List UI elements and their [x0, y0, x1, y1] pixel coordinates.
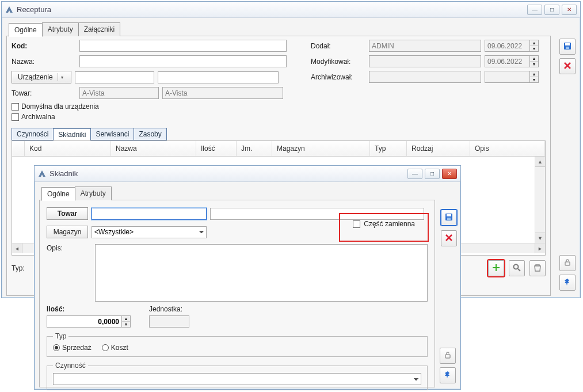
radio-koszt[interactable]	[102, 344, 109, 351]
plus-icon	[491, 263, 501, 274]
tab-zalaczniki[interactable]: Załączniki	[78, 22, 120, 36]
dialog-save-button[interactable]	[441, 210, 457, 226]
save-icon	[444, 212, 454, 223]
dialog-minimize-button[interactable]: —	[407, 169, 422, 179]
label-typ-bottom: Typ:	[12, 264, 25, 272]
app-logo-icon	[5, 6, 13, 14]
kod-input[interactable]	[79, 40, 287, 52]
radio-sprzedaz[interactable]	[53, 344, 60, 351]
dialog-title-bar: Składnik — □ ✕	[35, 166, 460, 182]
th-nazwa[interactable]: Nazwa	[111, 141, 196, 156]
cancel-button[interactable]	[559, 58, 576, 74]
th-typ[interactable]: Typ	[370, 141, 407, 156]
svg-rect-8	[447, 218, 451, 220]
urzadzenie-input-1[interactable]	[75, 71, 154, 83]
czesc-zamienna-label: Część zamienna	[364, 220, 415, 228]
dialog-title: Składnik	[49, 169, 404, 178]
scroll-down-icon[interactable]: ▼	[535, 233, 545, 243]
ilosc-input[interactable]	[47, 315, 121, 328]
scroll-right-icon[interactable]: ►	[535, 243, 545, 253]
domyslna-checkbox[interactable]	[12, 103, 19, 111]
spin-up-icon[interactable]: ▲	[530, 40, 538, 46]
label-jednostka: Jednostka:	[149, 305, 189, 313]
label-modyfikowal: Modyfikował:	[311, 58, 365, 66]
close-button[interactable]: ✕	[562, 5, 577, 15]
spin-up-icon[interactable]: ▲	[530, 56, 538, 62]
czesc-zamienna-checkbox[interactable]	[353, 220, 360, 228]
add-button[interactable]	[488, 260, 504, 276]
scroll-up-icon[interactable]: ▲	[535, 157, 545, 167]
magazyn-select[interactable]: <Wszystkie>	[92, 226, 207, 238]
main-tabs: Ogólne Atrybuty Załączniki	[9, 22, 576, 36]
spin-up-icon[interactable]: ▲	[122, 316, 130, 322]
archiwalna-checkbox[interactable]	[12, 113, 19, 121]
modyfikowal-value	[369, 55, 481, 67]
nazwa-input[interactable]	[79, 55, 287, 67]
save-button[interactable]	[559, 39, 576, 55]
spin-down-icon[interactable]: ▼	[530, 62, 538, 67]
tab-atrybuty[interactable]: Atrybuty	[42, 22, 79, 36]
tab-ogolne[interactable]: Ogólne	[9, 23, 43, 37]
spin-down-icon[interactable]: ▼	[530, 77, 538, 82]
spin-down-icon[interactable]: ▼	[530, 46, 538, 51]
czynnosc-group: Czynność	[47, 361, 428, 390]
urzadzenie-button[interactable]: Urządzenie ▾	[12, 71, 71, 83]
dialog-close-button[interactable]: ✕	[442, 169, 457, 179]
urzadzenie-button-label: Urządzenie	[18, 73, 53, 81]
dialog-cancel-button[interactable]	[441, 230, 457, 246]
spin-down-icon[interactable]: ▼	[122, 322, 130, 327]
maximize-icon: □	[430, 170, 434, 177]
subtab-skladniki[interactable]: Składniki	[53, 128, 91, 141]
th-opis[interactable]: Opis	[470, 141, 545, 156]
label-archiwizowal: Archiwizował:	[311, 73, 365, 81]
scroll-left-icon[interactable]: ◄	[12, 243, 22, 253]
urzadzenie-input-2[interactable]	[158, 71, 279, 83]
maximize-button[interactable]: □	[544, 5, 559, 15]
label-kod: Kod:	[12, 42, 76, 50]
magazyn-button[interactable]: Magazyn	[47, 226, 88, 238]
label-opis: Opis:	[47, 244, 92, 252]
dialog-tab-ogolne[interactable]: Ogólne	[41, 187, 75, 201]
sub-tabs: Czynności Składniki Serwisanci Zasoby	[12, 128, 546, 140]
dialog-maximize-button[interactable]: □	[425, 169, 440, 179]
close-red-icon	[563, 61, 572, 72]
subtab-czynnosci[interactable]: Czynności	[12, 128, 54, 140]
unlock-icon	[563, 258, 572, 269]
th-ilosc[interactable]: Ilość	[196, 141, 237, 156]
czynnosc-select[interactable]	[53, 373, 421, 385]
pin-icon	[443, 370, 452, 381]
th-kod[interactable]: Kod	[25, 141, 111, 156]
pin-icon	[563, 277, 572, 288]
search-button[interactable]	[509, 260, 525, 276]
subtab-zasoby[interactable]: Zasoby	[134, 128, 166, 140]
minimize-icon: —	[412, 170, 418, 177]
dialog-tab-atrybuty[interactable]: Atrybuty	[75, 187, 112, 200]
typ-legend: Typ	[53, 332, 68, 340]
dialog-pin-button[interactable]	[440, 367, 456, 383]
towar-button[interactable]: Towar	[47, 207, 88, 220]
unlock-icon	[443, 351, 452, 361]
trash-icon	[533, 263, 542, 274]
label-towar: Towar:	[12, 89, 76, 97]
archiwizowal-value	[369, 71, 481, 83]
delete-button[interactable]	[529, 260, 546, 276]
archiwalna-label: Archiwalna	[21, 113, 55, 121]
towar-input-1	[79, 87, 159, 99]
th-rodzaj[interactable]: Rodzaj	[407, 141, 470, 156]
unlock-button[interactable]	[559, 255, 576, 271]
svg-rect-3	[565, 43, 570, 45]
th-jm[interactable]: Jm.	[237, 141, 272, 156]
dodal-date	[485, 40, 529, 52]
svg-point-0	[514, 264, 519, 269]
close-red-icon	[444, 233, 454, 244]
pin-button[interactable]	[559, 275, 576, 291]
save-icon	[563, 41, 572, 52]
vertical-scrollbar[interactable]: ▲ ▼	[535, 157, 545, 243]
th-magazyn[interactable]: Magazyn	[272, 141, 370, 156]
towar-code-input[interactable]	[92, 208, 207, 220]
spin-up-icon[interactable]: ▲	[530, 71, 538, 77]
dialog-unlock-button[interactable]	[440, 348, 456, 364]
opis-textarea[interactable]	[95, 244, 428, 302]
minimize-button[interactable]: —	[527, 5, 542, 15]
subtab-serwisanci[interactable]: Serwisanci	[90, 128, 134, 140]
